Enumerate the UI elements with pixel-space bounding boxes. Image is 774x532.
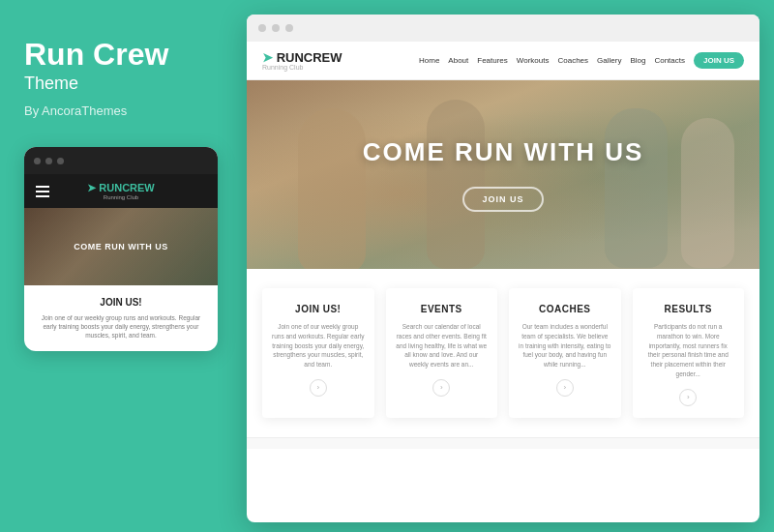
site-nav: ➤ RUNCREW Running Club Home About Featur… bbox=[247, 42, 759, 80]
brand-subtitle: Theme bbox=[24, 74, 78, 94]
site-hero: COME RUN WITH US JOIN US bbox=[247, 80, 759, 269]
site-logo: ➤ RUNCREW bbox=[262, 51, 342, 64]
mobile-logo: ➤ RUNCREW Running Club bbox=[87, 182, 155, 200]
mobile-logo-text: ➤ RUNCREW bbox=[87, 182, 155, 194]
mobile-dot-1 bbox=[34, 158, 41, 164]
feature-card-events: EVENTS Search our calendar of local race… bbox=[386, 288, 498, 418]
feature-card-text-coaches: Our team includes a wonderful team of sp… bbox=[519, 322, 611, 369]
browser-dot-1 bbox=[258, 24, 266, 32]
hero-content: COME RUN WITH US JOIN US bbox=[363, 137, 644, 212]
mobile-nav: ➤ RUNCREW Running Club bbox=[24, 174, 218, 208]
nav-join-button[interactable]: JOIN US bbox=[694, 52, 744, 69]
mobile-hero-title: COME RUN WITH US bbox=[74, 242, 168, 251]
feature-card-text-results: Participants do not run a marathon to wi… bbox=[642, 322, 735, 379]
site-logo-wrapper: ➤ RUNCREW Running Club bbox=[262, 51, 342, 71]
nav-link-features[interactable]: Features bbox=[477, 56, 508, 65]
mobile-logo-sub: Running Club bbox=[87, 194, 155, 200]
mobile-content: JOIN US! Join one of our weekly group ru… bbox=[24, 285, 218, 351]
mobile-preview-card: ➤ RUNCREW Running Club COME RUN WITH US … bbox=[24, 147, 218, 351]
feature-card-coaches: COACHES Our team includes a wonderful te… bbox=[509, 288, 621, 418]
feature-card-icon-coaches[interactable]: › bbox=[556, 379, 574, 397]
nav-link-gallery[interactable]: Gallery bbox=[597, 56, 621, 65]
browser-bottom-bar bbox=[247, 437, 759, 449]
by-line: By AncoraThemes bbox=[24, 103, 127, 118]
mobile-dot-2 bbox=[45, 158, 52, 164]
browser-top-bar bbox=[247, 15, 759, 42]
feature-card-text-joinus: Join one of our weekly group runs and wo… bbox=[272, 322, 365, 369]
feature-card-title-events: EVENTS bbox=[396, 304, 489, 314]
browser-dot-2 bbox=[272, 24, 280, 32]
features-section: JOIN US! Join one of our weekly group ru… bbox=[247, 269, 759, 437]
mobile-logo-arrow: ➤ bbox=[87, 182, 96, 193]
left-panel: Run Crew Theme By AncoraThemes ➤ RUNCREW… bbox=[0, 0, 237, 532]
mobile-dot-3 bbox=[57, 158, 64, 164]
nav-link-about[interactable]: About bbox=[448, 56, 468, 65]
site-logo-sub: Running Club bbox=[262, 64, 342, 71]
feature-card-icon-joinus[interactable]: › bbox=[310, 379, 327, 397]
nav-link-coaches[interactable]: Coaches bbox=[557, 56, 588, 65]
browser-dot-3 bbox=[285, 24, 293, 32]
nav-link-contacts[interactable]: Contacts bbox=[654, 56, 685, 65]
mobile-section-text: Join one of our weekly group runs and wo… bbox=[36, 313, 206, 340]
feature-card-icon-events[interactable]: › bbox=[432, 379, 450, 397]
browser-window: ➤ RUNCREW Running Club Home About Featur… bbox=[247, 15, 759, 522]
mobile-top-bar bbox=[24, 147, 218, 174]
feature-card-joinus: JOIN US! Join one of our weekly group ru… bbox=[262, 288, 374, 418]
brand-title: Run Crew bbox=[24, 39, 168, 70]
feature-card-title-coaches: COACHES bbox=[519, 304, 611, 314]
logo-arrow-icon: ➤ bbox=[262, 50, 273, 65]
feature-card-icon-results[interactable]: › bbox=[679, 389, 697, 406]
hero-join-button[interactable]: JOIN US bbox=[462, 187, 543, 212]
mobile-section-title: JOIN US! bbox=[36, 297, 206, 308]
nav-link-home[interactable]: Home bbox=[419, 56, 439, 65]
hamburger-icon bbox=[36, 186, 49, 197]
nav-link-blog[interactable]: Blog bbox=[630, 56, 645, 65]
hero-title: COME RUN WITH US bbox=[363, 137, 644, 167]
feature-card-title-results: RESULTS bbox=[642, 304, 735, 314]
nav-link-workouts[interactable]: Workouts bbox=[517, 56, 550, 65]
feature-card-text-events: Search our calendar of local races and o… bbox=[396, 322, 489, 369]
feature-card-results: RESULTS Participants do not run a marath… bbox=[633, 288, 745, 418]
nav-links: Home About Features Workouts Coaches Gal… bbox=[419, 52, 744, 69]
mobile-hero: COME RUN WITH US bbox=[24, 208, 218, 285]
feature-card-title-joinus: JOIN US! bbox=[272, 304, 365, 314]
